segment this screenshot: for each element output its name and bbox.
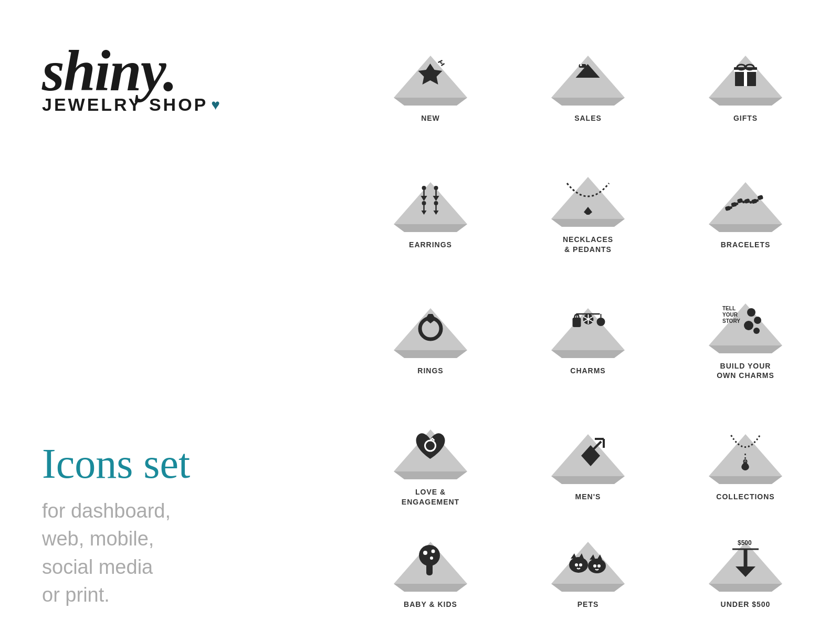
- svg-marker-74: [394, 471, 467, 479]
- svg-text:STORY: STORY: [722, 318, 740, 324]
- category-charms[interactable]: CHARMS: [536, 292, 640, 375]
- svg-marker-110: [736, 566, 755, 577]
- svg-point-69: [747, 308, 755, 317]
- category-collections[interactable]: COLLECTIONS: [693, 418, 798, 501]
- svg-marker-38: [709, 224, 782, 232]
- svg-marker-12: [709, 98, 782, 106]
- svg-rect-9: [579, 64, 586, 68]
- svg-marker-65: [709, 345, 782, 353]
- category-gifts[interactable]: GIFTS: [693, 40, 798, 123]
- category-pets-label: PETS: [578, 600, 599, 609]
- svg-marker-7: [551, 98, 625, 106]
- category-under500[interactable]: $500 UNDER $500: [693, 526, 798, 609]
- svg-marker-101: [590, 554, 595, 560]
- svg-marker-36: [584, 207, 592, 215]
- svg-marker-106: [709, 584, 782, 592]
- svg-point-103: [593, 564, 596, 568]
- svg-marker-94: [551, 584, 625, 592]
- bracelets-icon: [724, 192, 771, 218]
- svg-point-72: [753, 328, 760, 334]
- svg-point-31: [434, 201, 438, 205]
- logo-subtitle: JEWELRY SHOP ♥: [42, 94, 294, 115]
- icons-set-title: Icons set: [42, 440, 294, 487]
- logo-area: shiny. JEWELRY SHOP ♥: [42, 42, 294, 115]
- category-baby[interactable]: BABY & KIDS: [378, 526, 483, 609]
- category-sales-label: SALES: [574, 113, 602, 123]
- svg-marker-87: [394, 584, 467, 592]
- category-charms-label: CHARMS: [570, 366, 605, 375]
- svg-line-4: [442, 64, 445, 66]
- svg-marker-96: [571, 553, 576, 559]
- category-love[interactable]: LOVE &ENGAGEMENT: [378, 414, 483, 506]
- necklaces-icon: [562, 178, 614, 215]
- svg-point-91: [430, 556, 433, 560]
- svg-point-90: [423, 551, 427, 555]
- svg-point-99: [579, 563, 582, 566]
- category-sales[interactable]: SALES: [536, 40, 640, 123]
- svg-point-22: [422, 186, 426, 190]
- category-necklaces-label: NECKLACES& PEDANTS: [563, 235, 613, 254]
- svg-marker-2: [418, 64, 443, 85]
- svg-marker-30: [433, 196, 439, 201]
- category-build-charms-label: BUILD YOUROWN CHARMS: [717, 361, 774, 380]
- charms-icon: [569, 311, 608, 343]
- svg-marker-56: [551, 350, 625, 358]
- svg-marker-51: [394, 350, 467, 358]
- category-mens-label: MEN'S: [575, 492, 601, 501]
- svg-marker-83: [709, 476, 782, 484]
- category-bracelets[interactable]: BRACELETS: [693, 166, 798, 249]
- category-new[interactable]: NEW: [378, 40, 483, 123]
- svg-point-28: [434, 186, 438, 190]
- earrings-icon: [416, 185, 445, 217]
- mens-icon: [570, 435, 606, 469]
- category-rings[interactable]: RINGS: [378, 292, 483, 375]
- svg-point-92: [432, 549, 435, 553]
- svg-rect-58: [573, 318, 581, 327]
- category-bracelets-label: BRACELETS: [721, 240, 771, 249]
- svg-point-19: [744, 66, 747, 69]
- svg-point-100: [588, 559, 606, 573]
- category-pets[interactable]: PETS: [536, 526, 640, 609]
- category-rings-label: RINGS: [417, 366, 443, 375]
- svg-marker-27: [422, 211, 427, 215]
- category-gifts-label: GIFTS: [733, 113, 758, 123]
- svg-marker-97: [579, 553, 584, 559]
- category-necklaces[interactable]: NECKLACES& PEDANTS: [536, 161, 640, 254]
- icons-set-section: Icons set for dashboard,web, mobile,soci…: [42, 440, 294, 609]
- svg-marker-53: [425, 314, 436, 319]
- svg-marker-24: [421, 196, 427, 201]
- svg-rect-16: [734, 70, 757, 72]
- svg-marker-54: [425, 319, 436, 323]
- svg-marker-1: [394, 98, 467, 106]
- category-baby-label: BABY & KIDS: [404, 600, 457, 609]
- svg-text:TELL: TELL: [722, 306, 736, 311]
- category-mens[interactable]: MEN'S: [536, 418, 640, 501]
- category-new-label: NEW: [421, 113, 440, 123]
- svg-text:$500: $500: [738, 539, 752, 547]
- svg-point-104: [597, 564, 601, 568]
- category-grid: NEW SALES: [326, 0, 840, 630]
- under500-icon: $500: [727, 538, 764, 580]
- svg-marker-102: [597, 554, 602, 560]
- svg-point-60: [597, 318, 605, 326]
- love-icon: [414, 430, 448, 464]
- svg-rect-42: [744, 198, 750, 203]
- category-under500-label: UNDER $500: [721, 600, 771, 609]
- gifts-icon: [732, 59, 759, 89]
- category-build-charms[interactable]: TELL YOUR STORY BUILD YOUROWN CHARMS: [693, 288, 798, 380]
- rings-icon: [415, 308, 446, 342]
- svg-marker-21: [394, 224, 467, 232]
- svg-point-98: [575, 563, 578, 566]
- svg-point-71: [744, 321, 753, 330]
- svg-line-81: [591, 442, 601, 452]
- svg-point-70: [754, 317, 761, 324]
- sales-icon: [574, 62, 603, 88]
- category-collections-label: COLLECTIONS: [716, 492, 774, 501]
- svg-marker-35: [551, 219, 625, 227]
- svg-rect-41: [737, 198, 743, 203]
- pets-icon: [567, 545, 609, 576]
- svg-point-95: [569, 557, 588, 573]
- category-earrings[interactable]: EARRINGS: [378, 166, 483, 249]
- collections-icon: [726, 433, 765, 472]
- svg-line-3: [438, 60, 443, 62]
